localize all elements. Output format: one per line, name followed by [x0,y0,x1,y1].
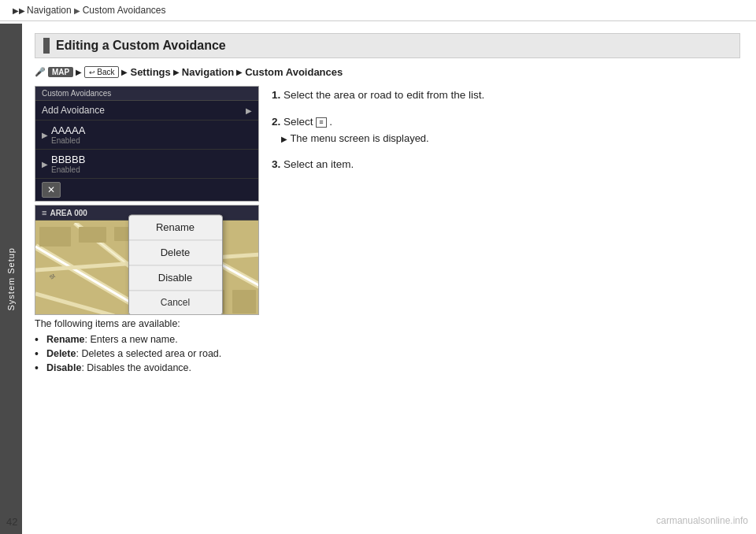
screen1-item-bbbbb: ▶ BBBBB Enabled [35,150,258,179]
context-menu-disable[interactable]: Disable [129,265,222,291]
bullet-disable-label: Disable [46,362,81,373]
menu-icon: ≡ [316,117,326,128]
step-2-text: Select [284,116,316,128]
arrow-icon-2: ▶ [121,68,128,76]
bullet-rename: Rename: Enters a new name. [35,334,259,346]
step-3-num: 3. [272,158,280,170]
screen1-add-item: Add Avoidance ▶ [35,101,258,121]
step-1: 1. Select the area or road to edit from … [272,87,740,103]
instruction-row: 🎤 MAP ▶ ↩ Back ▶ Settings ▶ Navigation ▶… [35,66,740,78]
breadcrumb-navigation: Navigation [27,5,72,16]
item-aaaaa-status: Enabled [51,136,85,145]
microphone-icon: 🎤 [35,67,46,77]
caption-text: The following items are available: [35,318,259,329]
bullet-delete-content: Delete: Deletes a selected area or road. [46,348,221,359]
screen1-item-aaaaa: ▶ AAAAA Enabled [35,121,258,150]
section-heading: Editing a Custom Avoidance [35,33,740,58]
breadcrumb-arrow-1: ▶▶ [13,6,25,15]
page-number: 42 [6,516,17,528]
arrow-icon-3: ▶ [173,68,180,76]
main-content: Editing a Custom Avoidance 🎤 MAP ▶ ↩ Bac… [22,24,756,534]
step-2-after: . [329,116,332,128]
map-area-label: AREA 000 [50,209,87,217]
bullet-disable: Disable: Disables the avoidance. [35,362,259,374]
step-2-sub-text: The menu screen is displayed. [290,132,428,144]
screen1-header: Custom Avoidances [35,87,258,101]
item-aaaaa-block: AAAAA Enabled [51,124,85,145]
item-bbbbb-block: BBBBB Enabled [51,154,85,174]
add-avoidance-label: Add Avoidance [42,105,105,116]
item-bbbbb-name: BBBBB [51,154,85,165]
bullet-disable-text: : Disables the avoidance. [81,362,191,373]
item-chevron-1: ▶ [42,131,48,139]
screenshots-col: Custom Avoidances Add Avoidance ▶ ▶ AAAA… [35,86,259,376]
map-menu-icon: ≡ [42,208,46,217]
step-custom-avoidances: Custom Avoidances [245,66,343,78]
bullet-delete-text: : Deletes a selected area or road. [76,348,221,359]
context-menu-rename[interactable]: Rename [129,215,222,240]
context-menu-cancel[interactable]: Cancel [129,291,222,314]
item-chevron-2: ▶ [42,160,48,169]
step-2: 2. Select ≡ . ▶ The menu screen is displ… [272,114,740,146]
section-title: Editing a Custom Avoidance [56,39,226,53]
context-menu-delete[interactable]: Delete [129,240,222,265]
map-badge: MAP [48,67,73,77]
heading-bar-icon [43,38,50,54]
step-navigation: Navigation [182,66,234,78]
sidebar: System Setup [0,24,22,534]
arrow-triangle: ▶ [281,135,287,143]
step-1-num: 1. [272,89,280,101]
arrow-icon-4: ▶ [236,68,243,76]
item-bbbbb-status: Enabled [51,165,85,174]
sidebar-label: System Setup [6,247,16,310]
bullet-delete: Delete: Deletes a selected area or road. [35,348,259,360]
arrow-icon-1: ▶ [76,68,82,76]
bullet-rename-text: : Enters a new name. [85,334,178,345]
breadcrumb-arrow-2: ▶ [74,6,80,15]
bullet-rename-label: Rename [46,334,85,345]
breadcrumb-custom-avoidances: Custom Avoidances [83,5,166,16]
context-menu: Rename Delete Disable Cancel [128,214,223,315]
svg-rect-13 [232,290,256,313]
screen-avoidances-list: Custom Avoidances Add Avoidance ▶ ▶ AAAA… [35,86,259,202]
svg-rect-9 [39,227,71,247]
item-aaaaa-name: AAAAA [51,124,85,136]
step-3: 3. Select an item. [272,157,740,172]
delete-icon: ✕ [42,182,61,198]
delete-icon-row: ✕ [35,179,258,201]
bullet-rename-content: Rename: Enters a new name. [46,334,178,345]
watermark: carmanualsonline.info [656,515,748,526]
bullet-list: Rename: Enters a new name. Delete: Delet… [35,334,259,374]
back-badge: ↩ Back [84,66,119,78]
step-settings: Settings [130,66,170,78]
svg-rect-10 [79,227,106,243]
bullet-disable-content: Disable: Disables the avoidance. [46,362,191,373]
back-label: Back [97,68,114,76]
bullet-delete-label: Delete [46,348,76,359]
instructions-col: 1. Select the area or road to edit from … [272,86,740,376]
step-1-text: Select the area or road to edit from the… [284,89,484,101]
back-icon: ↩ [89,69,95,76]
add-arrow-icon: ▶ [246,106,252,115]
step-3-text: Select an item. [284,158,354,170]
step-2-arrow: ▶ The menu screen is displayed. [281,131,740,146]
step-2-num: 2. [272,116,280,128]
two-col-layout: Custom Avoidances Add Avoidance ▶ ▶ AAAA… [35,86,740,376]
screen-map: ≡ AREA 000 [35,205,259,315]
breadcrumb-bar: ▶▶ Navigation ▶ Custom Avoidances [0,0,756,21]
